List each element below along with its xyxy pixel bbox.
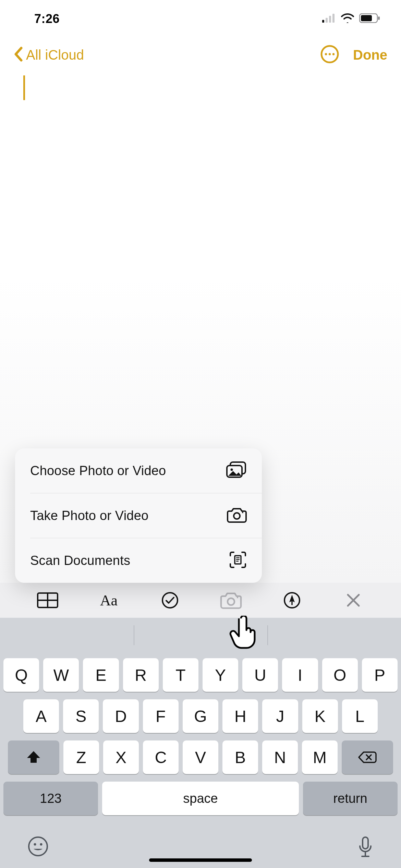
menu-scan-documents[interactable]: Scan Documents bbox=[15, 538, 262, 583]
svg-point-33 bbox=[34, 843, 36, 846]
key-h[interactable]: H bbox=[222, 699, 258, 733]
key-t[interactable]: T bbox=[163, 658, 198, 692]
back-label: All iCloud bbox=[26, 47, 84, 63]
nav-bar: All iCloud Done bbox=[0, 38, 401, 72]
key-j[interactable]: J bbox=[262, 699, 298, 733]
svg-point-32 bbox=[29, 837, 47, 856]
key-x[interactable]: X bbox=[103, 740, 139, 774]
text-style-button[interactable]: Aa bbox=[95, 587, 122, 614]
key-v[interactable]: V bbox=[183, 740, 218, 774]
key-f[interactable]: F bbox=[143, 699, 179, 733]
key-a[interactable]: A bbox=[23, 699, 59, 733]
menu-item-label: Scan Documents bbox=[30, 553, 130, 568]
keyboard: QWERTYUIOP ASDFGHJKL ZXCVBNM 123 space r… bbox=[0, 653, 401, 868]
menu-item-label: Take Photo or Video bbox=[30, 508, 148, 523]
more-button[interactable] bbox=[320, 45, 339, 65]
return-key[interactable]: return bbox=[303, 782, 398, 815]
battery-icon bbox=[359, 13, 380, 24]
camera-button[interactable] bbox=[217, 587, 245, 614]
table-button[interactable] bbox=[34, 587, 61, 614]
backspace-icon bbox=[358, 751, 377, 764]
emoji-button[interactable] bbox=[27, 836, 49, 860]
status-bar: 7:26 bbox=[0, 0, 401, 38]
key-label: return bbox=[333, 791, 367, 806]
numbers-key[interactable]: 123 bbox=[3, 782, 98, 815]
key-l[interactable]: L bbox=[342, 699, 378, 733]
emoji-icon bbox=[27, 836, 49, 857]
key-label: space bbox=[183, 791, 218, 806]
svg-point-8 bbox=[325, 53, 327, 55]
key-u[interactable]: U bbox=[242, 658, 278, 692]
chevron-left-icon bbox=[14, 47, 24, 63]
svg-rect-3 bbox=[332, 14, 335, 23]
space-key[interactable]: space bbox=[102, 782, 299, 815]
close-icon bbox=[346, 593, 361, 608]
menu-take-photo[interactable]: Take Photo or Video bbox=[15, 493, 262, 538]
key-s[interactable]: S bbox=[63, 699, 99, 733]
svg-rect-35 bbox=[363, 837, 368, 849]
key-o[interactable]: O bbox=[322, 658, 358, 692]
backspace-key[interactable] bbox=[342, 740, 393, 774]
attach-menu: Choose Photo or Video Take Photo or Vide… bbox=[15, 448, 262, 583]
note-editor[interactable]: Choose Photo or Video Take Photo or Vide… bbox=[0, 72, 401, 583]
key-p[interactable]: P bbox=[362, 658, 398, 692]
key-c[interactable]: C bbox=[143, 740, 179, 774]
predictive-bar[interactable] bbox=[0, 618, 401, 653]
camera-icon bbox=[220, 591, 242, 609]
shift-icon bbox=[26, 750, 41, 764]
svg-point-14 bbox=[234, 513, 240, 519]
key-z[interactable]: Z bbox=[63, 740, 99, 774]
key-q[interactable]: Q bbox=[3, 658, 39, 692]
key-k[interactable]: K bbox=[302, 699, 338, 733]
checklist-button[interactable] bbox=[156, 587, 184, 614]
shift-key[interactable] bbox=[8, 740, 59, 774]
key-label: 123 bbox=[40, 791, 61, 806]
svg-rect-0 bbox=[322, 20, 324, 23]
gallery-icon bbox=[226, 461, 247, 480]
key-n[interactable]: N bbox=[262, 740, 298, 774]
close-toolbar-button[interactable] bbox=[340, 587, 367, 614]
key-g[interactable]: G bbox=[183, 699, 218, 733]
format-toolbar: Aa bbox=[0, 583, 401, 618]
key-e[interactable]: E bbox=[83, 658, 119, 692]
svg-point-9 bbox=[329, 53, 331, 55]
svg-point-25 bbox=[237, 597, 238, 598]
pen-circle-icon bbox=[283, 591, 301, 609]
text-style-label: Aa bbox=[100, 592, 118, 609]
svg-point-13 bbox=[231, 469, 233, 471]
key-r[interactable]: R bbox=[123, 658, 159, 692]
key-m[interactable]: M bbox=[302, 740, 338, 774]
microphone-icon bbox=[357, 836, 374, 859]
svg-rect-1 bbox=[326, 18, 328, 23]
svg-rect-2 bbox=[329, 16, 331, 23]
status-indicators bbox=[322, 13, 380, 24]
svg-point-10 bbox=[332, 53, 335, 55]
svg-point-23 bbox=[162, 593, 178, 608]
status-time: 7:26 bbox=[34, 12, 60, 26]
dictate-button[interactable] bbox=[357, 836, 374, 860]
scan-document-icon bbox=[229, 551, 247, 570]
back-button[interactable]: All iCloud bbox=[14, 47, 84, 63]
checkmark-circle-icon bbox=[161, 591, 179, 609]
key-b[interactable]: B bbox=[222, 740, 258, 774]
done-button[interactable]: Done bbox=[353, 47, 387, 63]
camera-icon bbox=[227, 507, 247, 524]
svg-rect-5 bbox=[361, 15, 372, 21]
key-i[interactable]: I bbox=[282, 658, 318, 692]
markup-button[interactable] bbox=[278, 587, 306, 614]
menu-item-label: Choose Photo or Video bbox=[30, 463, 166, 478]
key-w[interactable]: W bbox=[43, 658, 79, 692]
table-icon bbox=[37, 592, 59, 608]
menu-choose-photo[interactable]: Choose Photo or Video bbox=[15, 448, 262, 493]
key-y[interactable]: Y bbox=[203, 658, 238, 692]
svg-point-34 bbox=[40, 843, 42, 846]
wifi-icon bbox=[341, 13, 354, 24]
svg-rect-6 bbox=[378, 16, 380, 20]
key-d[interactable]: D bbox=[103, 699, 138, 733]
text-cursor bbox=[23, 75, 25, 100]
home-indicator[interactable] bbox=[149, 858, 252, 862]
svg-point-24 bbox=[228, 598, 234, 605]
cellular-icon bbox=[322, 14, 336, 24]
svg-point-15 bbox=[242, 512, 243, 513]
pointer-hand-icon bbox=[228, 616, 259, 651]
